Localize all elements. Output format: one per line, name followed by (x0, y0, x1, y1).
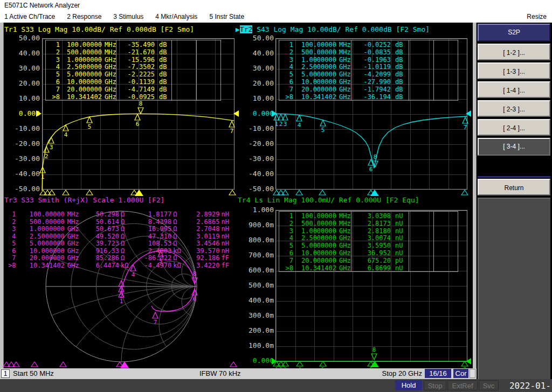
marker-row: 42.5000000GHz-1.0119dB (279, 64, 458, 71)
tr2-marker-table: 1100.00000MHz-0.0252dB2500.00000MHz-0.08… (279, 40, 458, 101)
marker-row: 720.000000GHz675.20pU (279, 257, 458, 265)
sidebar-divider-strip[interactable] (473, 23, 477, 368)
softkey-button[interactable]: [ 1-2 ]... (478, 44, 550, 60)
extref-indicator: ExtRef (447, 380, 478, 390)
marker-row: 1100.00000MHz-35.490dB (46, 41, 220, 49)
marker-row: 55.0000000GHz-2.2225dB (46, 71, 220, 79)
instrument-status-bar: Hold Stop ExtRef Svc 2022-01-13 09:28 (0, 379, 552, 392)
marker-row: 31.0000000GHz-0.1963dB (279, 57, 458, 64)
axis-label: -50.00 (4, 181, 40, 197)
tr3-marker-list: 1100.00000MHz50.298Ω1.8177Ω2.8929nH2500.… (4, 211, 236, 269)
tr2-title-rest: S43 Log Mag 10.00dB/ Ref 0.000dB [F2 Smo… (252, 25, 430, 33)
marker-row: 42.5000000GHz3.0074nU (279, 235, 458, 242)
softkey-active-underline (478, 176, 550, 178)
axis-label: 30.00 (238, 61, 274, 76)
marker-row: >810.341402GHz-0.0925dB (46, 94, 220, 101)
marker-row: 610.000000GHz-0.1139dB (46, 79, 220, 86)
softkey-button[interactable]: [ 1-3 ]... (478, 62, 550, 79)
marker-row: 2500.00000MHz-21.670dB (46, 49, 220, 57)
axis-label: 10.00 (4, 91, 40, 106)
resize-control[interactable]: Resize (527, 11, 547, 23)
hold-indicator: Hold (395, 380, 422, 390)
softkey-button[interactable]: [ 2-3 ]... (478, 100, 550, 117)
marker-row: 55.0000000GHz3.5950nU (279, 242, 458, 250)
marker-row: 2500.00000MHz-0.0835dB (279, 49, 458, 57)
axis-label: 50.00 (238, 31, 274, 46)
marker-row: 720.000000GHz-1.7942dB (279, 86, 458, 94)
axis-label: -40.00 (238, 166, 274, 181)
tr4-y-axis: 1.000900.0m800.0m700.0m600.0m500.0m400.0… (238, 202, 274, 368)
axis-label: 900.0m (238, 218, 274, 233)
return-button[interactable]: Return (478, 179, 550, 195)
datetime-display: 2022-01-13 09:28 (500, 380, 551, 390)
marker-row: 1100.00000MHz50.298Ω1.8177Ω2.8929nH (4, 211, 236, 219)
axis-label: 500.0m (238, 278, 274, 293)
marker-row: 42.5000000GHz49.520Ω47.310Ω3.0119nH (4, 233, 236, 241)
axis-label: 50.00 (4, 31, 40, 46)
marker-row: 720.000000GHz-4.7149dB (46, 86, 220, 94)
marker-row: 720.000000GHz85.286Ω-86.322Ω92.186fF (4, 255, 236, 262)
axis-label: 10.00 (238, 91, 274, 106)
axis-label: 1.000 (238, 202, 274, 218)
axis-label: -30.00 (4, 151, 40, 166)
axis-label: 200.0m (238, 323, 274, 338)
tr4-marker-table: 1100.00000MHz3.0308nU2500.00000MHz2.8173… (279, 211, 458, 272)
svc-indicator: Svc (479, 380, 499, 390)
marker-row: 1100.00000MHz-0.0252dB (279, 41, 458, 49)
axis-label: 300.0m (238, 308, 274, 323)
menu-response[interactable]: 2 Response (67, 13, 101, 20)
marker-row: 55.0000000GHz-4.2099dB (279, 71, 458, 79)
network-analyzer-window: E5071C Network Analyzer 1 Active Ch/Trac… (0, 0, 552, 392)
menu-mkr-analysis[interactable]: 4 Mkr/Analysis (155, 13, 197, 20)
menu-active-ch-trace[interactable]: 1 Active Ch/Trace (4, 13, 55, 20)
axis-label: 0.000 (238, 353, 274, 368)
window-title: E5071C Network Analyzer (0, 0, 552, 11)
correction-badge: Cor (453, 369, 468, 378)
softkey-empty-panel (478, 198, 550, 391)
tr3-title[interactable]: Tr3 S33 Smith (R+jX) Scale 1.000U [F2] (4, 196, 164, 204)
marker-row: >810.341402GHz-36.194dB (279, 94, 458, 101)
axis-label: 0.000 (4, 106, 40, 121)
softkey-sidebar: S2P [ 1-2 ]...[ 1-3 ]...[ 1-4 ]...[ 2-3 … (477, 23, 552, 368)
points-badge: 16/16 (425, 369, 451, 378)
axis-label: 20.00 (4, 76, 40, 91)
marker-row: >810.341402GHz6.8699nU (279, 265, 458, 272)
left-scroll-strip[interactable] (0, 23, 4, 368)
tr1-y-axis: 50.0040.0030.0020.0010.000.000-10.00-20.… (4, 31, 40, 197)
axis-label: -30.00 (238, 151, 274, 166)
menu-bar: 1 Active Ch/Trace 2 Response 3 Stimulus … (0, 11, 552, 23)
marker-row: 2500.00000MHz50.614Ω8.4398Ω2.6865nH (4, 219, 236, 226)
menu-instr-state[interactable]: 5 Instr State (209, 13, 244, 20)
axis-label: 30.00 (4, 61, 40, 76)
marker-row: 610.000000GHz-27.990dB (279, 79, 458, 86)
ifbw-label: IFBW 70 kHz (199, 369, 241, 377)
start-frequency-label: Start 50 MHz (13, 369, 54, 377)
axis-label: 800.0m (238, 233, 274, 248)
marker-row: 1100.00000MHz3.0308nU (279, 213, 458, 220)
marker-row: 610.000000GHz36.952nU (279, 250, 458, 257)
marker-row: 2500.00000MHz2.8173nU (279, 220, 458, 228)
status-spare-button[interactable] (470, 369, 475, 378)
axis-label: 40.00 (238, 46, 274, 61)
softkey-button[interactable]: [ 3-4 ]... (478, 138, 550, 156)
menu-stimulus[interactable]: 3 Stimulus (113, 13, 143, 20)
axis-label: 100.0m (238, 338, 274, 353)
softkey-button[interactable]: [ 1-4 ]... (478, 81, 550, 98)
marker-row: 31.0000000GHz50.673Ω16.995Ω2.7048nH (4, 226, 236, 233)
channel-status-bar: 1 Start 50 MHz IFBW 70 kHz Stop 20 GHz 1… (0, 368, 477, 379)
stop-frequency-label: Stop 20 GHz (377, 369, 422, 377)
softkey-button[interactable]: [ 2-4 ]... (478, 119, 550, 136)
marker-row: 610.000000GHz916.33Ω2.4803kΩ39.570nH (4, 248, 236, 255)
marker-row: 42.5000000GHz-7.3502dB (46, 64, 220, 71)
axis-label: 20.00 (238, 76, 274, 91)
stop-indicator: Stop (424, 380, 446, 390)
axis-label: -10.00 (238, 121, 274, 136)
axis-label: 400.0m (238, 293, 274, 308)
channel-number-badge: 1 (1, 369, 10, 378)
marker-row: >810.341402GHz6.4474kΩ-4.4970kΩ3.4220fF (4, 262, 236, 270)
marker-row: 31.0000000GHz2.8180nU (279, 228, 458, 235)
tr2-y-axis: 50.0040.0030.0020.0010.000.000-10.00-20.… (238, 31, 274, 197)
axis-label: -20.00 (238, 136, 274, 151)
axis-label: -20.00 (4, 136, 40, 151)
axis-label: 0.000 (238, 106, 274, 121)
